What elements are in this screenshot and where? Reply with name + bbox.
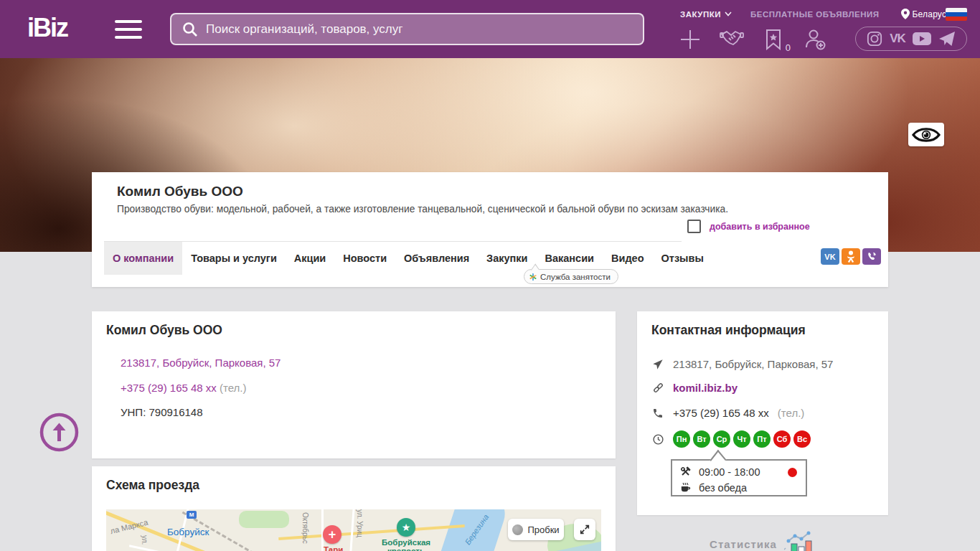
phone-note: (тел.) [220,382,246,394]
add-to-favorites[interactable]: добавить в избранное [687,220,810,233]
link-icon [651,382,664,394]
app-header: iBiz ЗАКУПКИ БЕСПЛАТНЫЕ ОБЪЯВЛЕНИЯ Белар… [0,0,980,58]
header-top-nav: ЗАКУПКИ БЕСПЛАТНЫЕ ОБЪЯВЛЕНИЯ Беларусь [680,9,951,19]
favorite-checkbox[interactable] [687,220,701,233]
map-park-patch [239,511,289,528]
coffee-cup-icon [679,481,692,494]
nav-free-ads[interactable]: БЕСПЛАТНЫЕ ОБЪЯВЛЕНИЯ [750,10,879,19]
company-unp: УНП: 790916148 [121,406,203,418]
expand-icon [579,524,590,535]
tab-about[interactable]: О компании [104,242,182,275]
working-hours-tooltip: 09:00 - 18:00 без обеда [671,459,807,496]
contact-address: 213817, Бобруйск, Парковая, 57 [673,358,833,370]
map-city-label: Бобруйск [167,527,209,537]
map-fortress-marker[interactable]: ★ [397,518,415,537]
company-description: Производство обуви: модельной, рабочей, … [117,204,748,215]
day-badge-fri[interactable]: Пт [753,430,771,448]
page-title: Комил Обувь ООО [117,184,243,199]
map-card: Схема проезда ла Маркса ул. М Бобруйск О… [92,466,616,551]
tab-news[interactable]: Новости [334,242,395,275]
about-card-title: Комил Обувь ООО [106,323,222,338]
favorites-count: 0 [786,42,791,53]
favorites-bookmark-icon[interactable]: 0 [759,26,788,53]
search-input[interactable] [206,22,633,37]
tab-reviews[interactable]: Отзывы [653,242,712,275]
lunch-row: без обеда [679,481,747,494]
tab-products[interactable]: Товары и услуги [182,242,286,275]
lunch-label: без обеда [699,482,747,494]
arrow-up-circle-icon [39,413,79,452]
map-street-label: ул. [141,535,149,545]
phone-icon [651,408,664,419]
contact-address-row: 213817, Бобруйск, Парковая, 57 [651,358,833,370]
day-badge-tue[interactable]: Вт [693,430,710,448]
company-phone-link[interactable]: +375 (29) 165 48 хх [121,382,217,394]
nav-zakupki[interactable]: ЗАКУПКИ [680,10,732,19]
working-hours: 09:00 - 18:00 [699,466,760,478]
favorite-label: добавить в избранное [710,222,810,232]
day-badge-sun[interactable]: Вс [793,430,811,448]
accessibility-eye-button[interactable] [908,123,944,146]
scroll-to-top-button[interactable] [39,413,79,452]
statistics-link[interactable]: Статистика [637,529,888,551]
contact-phone[interactable]: +375 (29) 165 48 хх [673,407,769,419]
hours-row: 09:00 - 18:00 [679,466,760,478]
ibiz-logo[interactable]: iBiz [27,13,67,43]
traffic-button[interactable]: Пробки [508,519,564,540]
vk-share-icon[interactable]: VK [821,248,839,265]
day-badge-wed[interactable]: Ср [713,430,730,448]
map-poi-label-red: Тари [324,545,343,551]
map-fullscreen-button[interactable] [574,519,595,540]
contact-phone-note: (тел.) [778,407,804,419]
handshake-icon[interactable] [717,26,746,53]
map-road [347,509,355,551]
vk-icon[interactable]: VK [890,32,905,46]
contact-website-row: komil.ibiz.by [651,382,738,394]
contact-phone-row: +375 (29) 165 48 хх (тел.) [651,407,804,419]
map-poi-marker-red[interactable]: + [323,525,341,544]
navigation-arrow-icon [651,359,664,370]
contact-info-card: Контактная информация 213817, Бобруйск, … [637,311,888,515]
status-dot [788,468,797,477]
about-card: Комил Обувь ООО 213817, Бобруйск, Парков… [92,311,616,458]
tab-promotions[interactable]: Акции [286,242,334,275]
viber-icon[interactable] [862,248,881,265]
company-social-badges: VK [821,248,881,265]
bar-chart-icon [784,529,816,551]
tab-ads[interactable]: Объявления [395,242,478,275]
telegram-icon[interactable] [938,31,956,47]
day-badge-thu[interactable]: Чт [733,430,750,448]
map-street-label: Октябрьс [301,512,309,544]
working-days-row: Пн Вт Ср Чт Пт Сб Вс [651,430,811,448]
map-fortress-label: Бобруйская крепость [363,538,449,551]
company-address-link[interactable]: 213817, Бобруйск, Парковая, 57 [121,357,281,369]
day-badge-mon[interactable]: Пн [673,430,690,448]
map-street-label: ул. Уриц [356,509,364,537]
add-user-icon[interactable] [801,26,829,53]
traffic-light-icon [512,524,523,535]
map[interactable]: ла Маркса ул. М Бобруйск Октябрьс + Тари… [106,509,601,551]
header-action-icons: 0 [676,26,842,53]
statistics-label: Статистика [710,538,777,550]
day-badge-sat[interactable]: Сб [773,430,791,448]
clock-icon [651,433,664,446]
employment-service-badge: Служба занятости [524,269,618,284]
company-header-card: Комил Обувь ООО Производство обуви: моде… [92,172,888,287]
language-flag-ru[interactable] [946,8,967,21]
map-metro-icon: М [187,511,197,519]
chevron-down-icon [725,11,732,17]
location-pin-icon [901,9,910,19]
youtube-icon[interactable] [913,32,931,46]
map-card-title: Схема проезда [106,478,199,493]
contact-card-title: Контактная информация [651,323,806,338]
eye-icon [912,126,941,144]
contact-website-link[interactable]: komil.ibiz.by [673,382,738,394]
search-bar[interactable] [170,13,644,45]
header-social-links: VK [855,27,967,51]
country-selector[interactable]: Беларусь [901,9,951,19]
odnoklassniki-icon[interactable] [842,248,860,265]
menu-icon[interactable] [115,20,142,39]
search-icon [182,21,199,38]
add-plus-icon[interactable] [676,26,705,53]
instagram-icon[interactable] [867,31,882,47]
